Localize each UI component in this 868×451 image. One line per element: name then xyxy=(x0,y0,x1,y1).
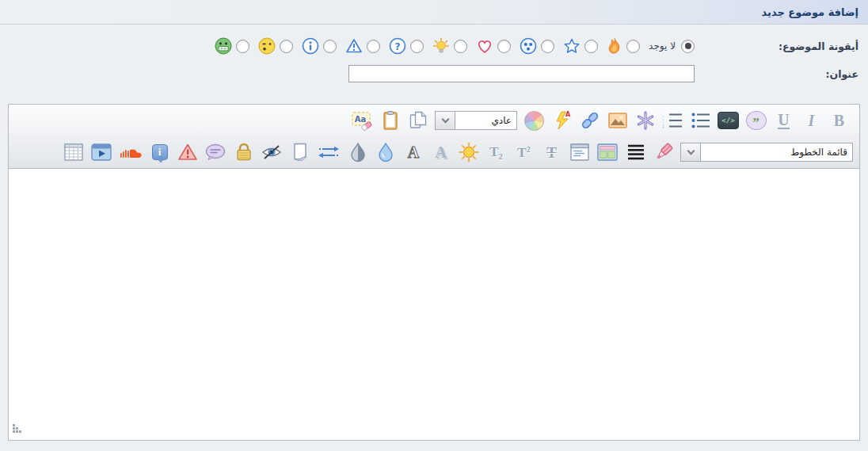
special-characters-button[interactable] xyxy=(634,109,656,132)
insert-image-button[interactable] xyxy=(607,109,628,132)
link-icon xyxy=(580,110,600,131)
bidirectional-arrows-icon xyxy=(317,143,341,162)
topic-icon-radio-grin[interactable] xyxy=(236,40,249,53)
justify-button[interactable] xyxy=(625,140,646,164)
indent-block-button[interactable] xyxy=(569,140,590,164)
quote-icon: ” xyxy=(746,111,767,130)
title-label: عنوان: xyxy=(695,68,868,80)
lightning-icon: A xyxy=(553,110,572,131)
highlighter-icon xyxy=(653,142,674,162)
insert-video-button[interactable] xyxy=(90,140,112,164)
paste-button[interactable] xyxy=(379,109,401,132)
topic-icon-radio-bulb[interactable] xyxy=(454,40,467,53)
text-shadow-button[interactable]: A xyxy=(430,140,451,164)
info-tooltip-icon: i xyxy=(152,144,168,160)
font-size-dropdown-button[interactable] xyxy=(435,111,455,130)
strikethrough-button[interactable]: T xyxy=(541,140,562,164)
copy-button[interactable] xyxy=(407,109,428,132)
code-button[interactable]: </> xyxy=(718,109,739,132)
opacity-button[interactable] xyxy=(347,140,368,164)
topic-icon-option-warning xyxy=(345,37,380,55)
topic-icon-option-heart xyxy=(476,37,511,55)
editor-body[interactable] xyxy=(8,169,860,441)
text-outline-button[interactable]: A xyxy=(402,140,424,164)
unordered-list-button[interactable] xyxy=(690,109,711,132)
glow-button[interactable] xyxy=(458,140,479,164)
bold-icon: B xyxy=(834,113,844,128)
half-drop-icon xyxy=(349,142,367,162)
lock-icon xyxy=(234,142,253,162)
ordered-list-button[interactable]: 123 xyxy=(662,109,683,132)
insert-link-button[interactable] xyxy=(579,109,600,132)
remove-format-button[interactable]: Aa xyxy=(351,109,373,132)
topic-icon-radio-heart[interactable] xyxy=(497,40,511,53)
info-box-button[interactable]: i xyxy=(149,140,170,164)
info-circle-icon xyxy=(302,37,319,55)
text-direction-button[interactable] xyxy=(317,140,341,164)
topic-icon-row: أيقونة الموضوع: لا يوجد ? xyxy=(0,32,868,59)
topic-icon-radio-flame[interactable] xyxy=(626,40,640,53)
warning-box-button[interactable] xyxy=(177,140,198,164)
topic-icon-radio-question[interactable] xyxy=(410,40,424,53)
topic-icon-option-bulb xyxy=(432,37,467,55)
wink-smiley-icon xyxy=(258,37,276,55)
spoiler-button[interactable] xyxy=(261,140,283,164)
svg-text:Aa: Aa xyxy=(355,115,367,124)
nuclear-dots-icon xyxy=(520,37,537,55)
comment-bubble-button[interactable] xyxy=(204,140,227,164)
table-icon xyxy=(63,143,84,162)
superscript-button[interactable]: T2 xyxy=(513,140,535,164)
insert-table-button[interactable] xyxy=(63,140,84,164)
title-input[interactable] xyxy=(348,65,695,82)
topic-icon-radio-wink[interactable] xyxy=(280,40,293,53)
quote-button[interactable]: ” xyxy=(745,109,767,132)
text-color-drop-button[interactable] xyxy=(375,140,396,164)
font-family-select[interactable]: قائمة الخطوط xyxy=(680,143,853,162)
subscript-button[interactable]: T2 xyxy=(485,140,507,164)
unordered-list-icon xyxy=(691,111,711,130)
columns-layout-button[interactable] xyxy=(596,140,619,164)
editor-toolbar: B I U ” </> 123 A عادي Aa قائمة الخطوط T… xyxy=(8,104,860,169)
italic-button[interactable]: I xyxy=(801,109,822,132)
star-icon xyxy=(563,37,581,55)
red-warning-icon xyxy=(177,143,198,162)
topic-icon-option-grin xyxy=(215,37,249,55)
superscript-icon: T2 xyxy=(517,145,530,160)
highlight-button[interactable] xyxy=(653,140,674,164)
title-row: عنوان: xyxy=(0,64,868,83)
font-size-value: عادي xyxy=(455,111,517,130)
ordered-list-icon: 123 xyxy=(663,111,683,130)
justify-icon xyxy=(626,143,645,161)
underline-icon: U xyxy=(778,112,789,129)
clipboard-icon xyxy=(380,110,401,131)
lock-content-button[interactable] xyxy=(233,140,254,164)
color-wheel-icon xyxy=(524,111,544,131)
topic-icon-radio-info[interactable] xyxy=(323,40,337,53)
svg-text:A: A xyxy=(407,143,419,161)
flash-button[interactable]: A xyxy=(551,109,573,132)
font-family-dropdown-button[interactable] xyxy=(680,143,701,162)
columns-layout-icon xyxy=(596,143,619,162)
underline-button[interactable]: U xyxy=(773,109,794,132)
font-color-button[interactable] xyxy=(523,109,545,132)
resize-grip[interactable] xyxy=(13,424,24,434)
topic-icon-option-wink xyxy=(258,37,293,55)
image-icon xyxy=(607,110,628,131)
svg-text:3: 3 xyxy=(663,124,664,130)
topic-icon-radio-none[interactable] xyxy=(681,40,695,53)
soundcloud-button[interactable] xyxy=(119,140,143,164)
topic-icon-none-label: لا يوجد xyxy=(649,40,676,52)
topic-icon-radio-dots[interactable] xyxy=(541,40,554,53)
question-icon: ? xyxy=(389,37,406,55)
flame-icon xyxy=(607,37,622,55)
topic-icon-radio-warning[interactable] xyxy=(367,40,380,53)
font-family-value: قائمة الخطوط xyxy=(701,143,853,162)
strikethrough-icon: T xyxy=(546,145,557,160)
topic-icon-option-star xyxy=(563,37,598,55)
toolbar-row-2: قائمة الخطوط T T2 T2 A A i xyxy=(9,136,859,168)
topic-icon-radio-star[interactable] xyxy=(584,40,598,53)
svg-text:A: A xyxy=(565,111,570,118)
bold-button[interactable]: B xyxy=(828,109,850,132)
font-size-select[interactable]: عادي xyxy=(435,111,517,130)
page-scroll-button[interactable] xyxy=(289,140,310,164)
